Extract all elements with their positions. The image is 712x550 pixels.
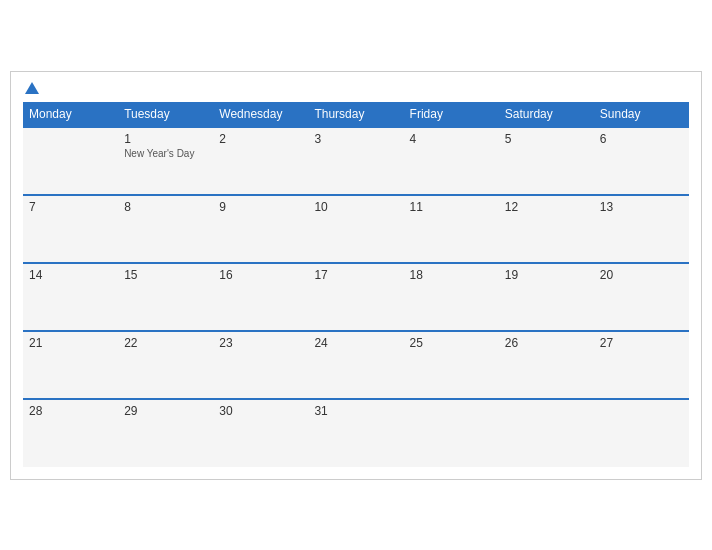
calendar-day-cell: 22 xyxy=(118,331,213,399)
calendar-day-cell: 4 xyxy=(404,127,499,195)
calendar-day-cell: 29 xyxy=(118,399,213,467)
calendar-day-cell: 2 xyxy=(213,127,308,195)
calendar-week-row: 78910111213 xyxy=(23,195,689,263)
day-number: 25 xyxy=(410,336,493,350)
calendar-day-cell: 13 xyxy=(594,195,689,263)
calendar-day-cell: 1New Year's Day xyxy=(118,127,213,195)
calendar-day-cell: 23 xyxy=(213,331,308,399)
day-number: 6 xyxy=(600,132,683,146)
calendar-day-cell: 26 xyxy=(499,331,594,399)
calendar-week-row: 28293031 xyxy=(23,399,689,467)
day-number: 18 xyxy=(410,268,493,282)
calendar-day-cell: 27 xyxy=(594,331,689,399)
day-number: 16 xyxy=(219,268,302,282)
calendar-day-cell: 12 xyxy=(499,195,594,263)
calendar-day-cell: 16 xyxy=(213,263,308,331)
weekday-header-friday: Friday xyxy=(404,102,499,127)
calendar-day-cell: 20 xyxy=(594,263,689,331)
logo-blue-text xyxy=(25,82,43,94)
day-number: 15 xyxy=(124,268,207,282)
day-number: 1 xyxy=(124,132,207,146)
weekday-header-sunday: Sunday xyxy=(594,102,689,127)
calendar-header xyxy=(23,82,689,94)
day-number: 20 xyxy=(600,268,683,282)
day-event: New Year's Day xyxy=(124,148,207,159)
calendar-day-cell: 5 xyxy=(499,127,594,195)
calendar-day-cell: 14 xyxy=(23,263,118,331)
calendar-day-cell: 7 xyxy=(23,195,118,263)
day-number: 19 xyxy=(505,268,588,282)
day-number: 28 xyxy=(29,404,112,418)
calendar-day-cell: 10 xyxy=(308,195,403,263)
calendar-day-cell: 3 xyxy=(308,127,403,195)
calendar-container: MondayTuesdayWednesdayThursdayFridaySatu… xyxy=(10,71,702,480)
calendar-day-cell: 17 xyxy=(308,263,403,331)
weekday-header-thursday: Thursday xyxy=(308,102,403,127)
day-number: 23 xyxy=(219,336,302,350)
weekday-header-monday: Monday xyxy=(23,102,118,127)
day-number: 7 xyxy=(29,200,112,214)
calendar-body: 1New Year's Day2345678910111213141516171… xyxy=(23,127,689,467)
day-number: 22 xyxy=(124,336,207,350)
calendar-day-cell: 24 xyxy=(308,331,403,399)
weekday-header-saturday: Saturday xyxy=(499,102,594,127)
day-number: 4 xyxy=(410,132,493,146)
day-number: 27 xyxy=(600,336,683,350)
logo xyxy=(25,82,43,94)
calendar-week-row: 21222324252627 xyxy=(23,331,689,399)
calendar-table: MondayTuesdayWednesdayThursdayFridaySatu… xyxy=(23,102,689,467)
calendar-day-cell: 21 xyxy=(23,331,118,399)
calendar-day-cell: 25 xyxy=(404,331,499,399)
calendar-day-cell: 9 xyxy=(213,195,308,263)
day-number: 9 xyxy=(219,200,302,214)
day-number: 24 xyxy=(314,336,397,350)
day-number: 5 xyxy=(505,132,588,146)
day-number: 2 xyxy=(219,132,302,146)
calendar-day-cell: 11 xyxy=(404,195,499,263)
weekday-header-wednesday: Wednesday xyxy=(213,102,308,127)
calendar-day-cell: 28 xyxy=(23,399,118,467)
day-number: 12 xyxy=(505,200,588,214)
calendar-day-cell xyxy=(594,399,689,467)
calendar-day-cell: 15 xyxy=(118,263,213,331)
calendar-day-cell: 30 xyxy=(213,399,308,467)
calendar-week-row: 1New Year's Day23456 xyxy=(23,127,689,195)
calendar-day-cell: 6 xyxy=(594,127,689,195)
day-number: 10 xyxy=(314,200,397,214)
logo-triangle-icon xyxy=(25,82,39,94)
calendar-day-cell xyxy=(499,399,594,467)
day-number: 29 xyxy=(124,404,207,418)
calendar-day-cell: 31 xyxy=(308,399,403,467)
day-number: 30 xyxy=(219,404,302,418)
calendar-day-cell: 18 xyxy=(404,263,499,331)
day-number: 11 xyxy=(410,200,493,214)
calendar-thead: MondayTuesdayWednesdayThursdayFridaySatu… xyxy=(23,102,689,127)
day-number: 13 xyxy=(600,200,683,214)
day-number: 26 xyxy=(505,336,588,350)
calendar-day-cell: 8 xyxy=(118,195,213,263)
day-number: 21 xyxy=(29,336,112,350)
day-number: 14 xyxy=(29,268,112,282)
day-number: 17 xyxy=(314,268,397,282)
day-number: 3 xyxy=(314,132,397,146)
calendar-day-cell xyxy=(404,399,499,467)
day-number: 8 xyxy=(124,200,207,214)
calendar-day-cell xyxy=(23,127,118,195)
day-number: 31 xyxy=(314,404,397,418)
calendar-week-row: 14151617181920 xyxy=(23,263,689,331)
weekday-header-tuesday: Tuesday xyxy=(118,102,213,127)
weekday-header-row: MondayTuesdayWednesdayThursdayFridaySatu… xyxy=(23,102,689,127)
calendar-day-cell: 19 xyxy=(499,263,594,331)
